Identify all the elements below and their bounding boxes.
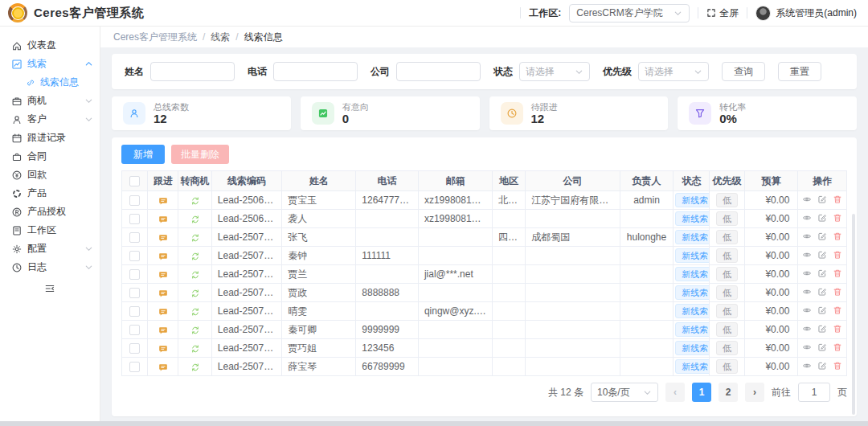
view-icon[interactable] [802,195,812,204]
sidebar-item-product-licenses[interactable]: 产品授权 [0,203,100,221]
view-icon[interactable] [802,268,812,278]
row-checkbox[interactable] [129,343,140,354]
row-checkbox[interactable] [129,325,140,335]
transfer-to-opportunity-icon[interactable] [190,215,200,224]
edit-icon[interactable] [817,195,827,204]
lead-name[interactable]: 张飞 [282,228,356,247]
follow-up-icon[interactable] [158,307,168,317]
workspace-select[interactable]: CeresCRM客户学院 [569,4,690,23]
sidebar-item-workspaces[interactable]: 工作区 [0,221,100,240]
prev-page-button[interactable]: ‹ [665,383,685,402]
row-checkbox[interactable] [129,251,140,261]
sidebar-item-products[interactable]: 产品 [0,184,100,203]
edit-icon[interactable] [817,287,827,297]
phone-filter-input[interactable] [273,62,358,81]
view-icon[interactable] [802,213,812,223]
sidebar-item-contracts[interactable]: 合同 [0,147,100,166]
follow-up-icon[interactable] [158,270,168,280]
breadcrumb-root[interactable]: Ceres客户管理系统 [113,31,197,44]
row-checkbox[interactable] [129,362,140,372]
follow-up-icon[interactable] [158,233,168,243]
view-icon[interactable] [802,250,812,260]
delete-icon[interactable] [833,231,842,241]
follow-up-icon[interactable] [158,326,168,335]
sidebar-item-payments[interactable]: 回款 [0,166,100,184]
follow-up-icon[interactable] [158,363,168,372]
page-button-2[interactable]: 2 [719,383,738,402]
view-icon[interactable] [802,342,812,352]
sidebar-item-settings[interactable]: 配置 [0,240,100,258]
transfer-to-opportunity-icon[interactable] [190,307,200,317]
transfer-to-opportunity-icon[interactable] [190,196,200,206]
fullscreen-button[interactable]: 全屏 [706,6,739,20]
delete-icon[interactable] [833,361,842,371]
transfer-to-opportunity-icon[interactable] [190,252,200,261]
transfer-to-opportunity-icon[interactable] [190,270,200,280]
page-size-select[interactable]: 10条/页 [591,383,658,402]
status-filter-select[interactable]: 请选择 [519,62,590,81]
transfer-to-opportunity-icon[interactable] [190,233,200,243]
delete-icon[interactable] [833,305,842,315]
priority-filter-select[interactable]: 请选择 [638,62,709,81]
delete-icon[interactable] [833,287,842,297]
transfer-to-opportunity-icon[interactable] [190,326,200,335]
row-checkbox[interactable] [129,269,140,280]
lead-name[interactable]: 贾宝玉 [282,191,356,210]
view-icon[interactable] [802,305,812,315]
goto-page-input[interactable] [798,383,830,402]
sidebar-item-logs[interactable]: 日志 [0,258,100,276]
sidebar-item-follow-records[interactable]: 跟进记录 [0,129,100,147]
edit-icon[interactable] [817,231,827,241]
batch-delete-button[interactable]: 批量删除 [171,145,229,164]
edit-icon[interactable] [817,342,827,352]
user-menu[interactable]: 系统管理员(admin) [755,6,857,21]
row-checkbox[interactable] [129,195,140,206]
row-checkbox[interactable] [129,306,140,317]
edit-icon[interactable] [817,250,827,260]
reset-button[interactable]: 重置 [778,62,821,81]
add-button[interactable]: 新增 [121,145,165,164]
edit-icon[interactable] [817,324,827,334]
follow-up-icon[interactable] [158,344,168,354]
select-all-checkbox[interactable] [129,176,140,186]
delete-icon[interactable] [833,195,842,204]
edit-icon[interactable] [817,268,827,278]
search-button[interactable]: 查询 [722,62,765,81]
delete-icon[interactable] [833,250,842,260]
next-page-button[interactable]: › [745,383,764,402]
sidebar-item-leads-info[interactable]: 线索信息 [0,73,100,92]
name-filter-input[interactable] [150,62,235,81]
edit-icon[interactable] [817,305,827,315]
follow-up-icon[interactable] [158,196,168,206]
edit-icon[interactable] [817,213,827,223]
row-checkbox[interactable] [129,288,140,298]
sidebar-item-leads[interactable]: 线索 [0,55,100,73]
delete-icon[interactable] [833,342,842,352]
view-icon[interactable] [802,361,812,371]
breadcrumb-leads[interactable]: 线索 [211,31,230,44]
follow-up-icon[interactable] [158,215,168,224]
view-icon[interactable] [802,231,812,241]
row-checkbox[interactable] [129,232,140,243]
lead-name[interactable]: 贾兰 [282,265,356,284]
row-checkbox[interactable] [129,214,140,224]
table-scrollbar[interactable] [852,214,855,415]
company-filter-input[interactable] [396,62,481,81]
sidebar-item-customers[interactable]: 客户 [0,110,100,129]
lead-name[interactable]: 秦可卿 [282,321,356,339]
sidebar-item-dashboard[interactable]: 仪表盘 [0,36,100,55]
lead-name[interactable]: 贾巧姐 [282,339,356,358]
delete-icon[interactable] [833,324,842,334]
lead-name[interactable]: 晴雯 [282,302,356,321]
view-icon[interactable] [802,287,812,297]
edit-icon[interactable] [817,361,827,371]
delete-icon[interactable] [833,213,842,223]
transfer-to-opportunity-icon[interactable] [190,363,200,372]
follow-up-icon[interactable] [158,252,168,261]
view-icon[interactable] [802,324,812,334]
follow-up-icon[interactable] [158,289,168,298]
lead-name[interactable]: 袭人 [282,210,356,228]
transfer-to-opportunity-icon[interactable] [190,344,200,354]
sidebar-item-opportunities[interactable]: 商机 [0,92,100,110]
page-button-1[interactable]: 1 [692,383,711,402]
